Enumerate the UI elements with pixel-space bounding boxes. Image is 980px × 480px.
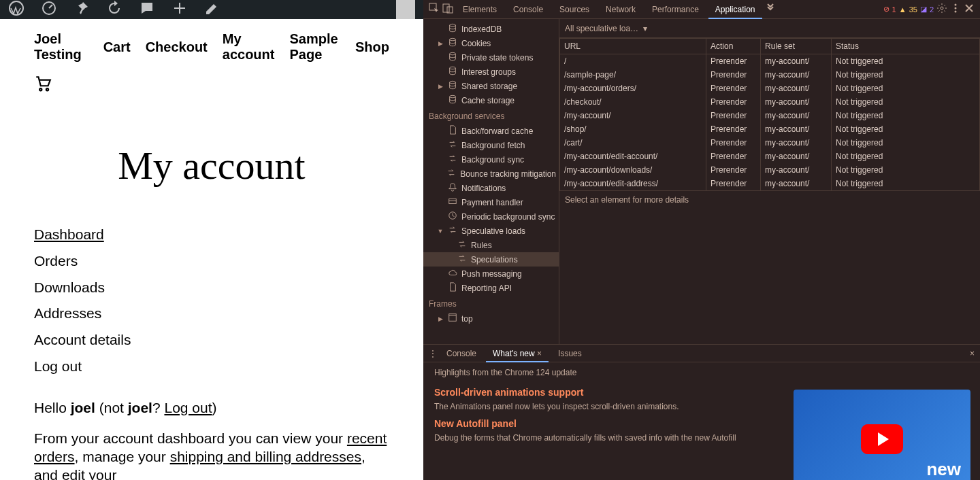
settings-icon[interactable] [936, 3, 947, 16]
tree-back-forward-cache[interactable]: Back/forward cache [423, 124, 559, 138]
table-row[interactable]: /sample-page/Prerendermy-account/Not tri… [560, 68, 980, 82]
tree-rules[interactable]: Rules [423, 238, 559, 252]
close-icon[interactable] [964, 3, 975, 16]
errors-badge[interactable]: ⊘ 1 [883, 5, 896, 14]
tab-performance[interactable]: Performance [645, 0, 706, 19]
tab-sources[interactable]: Sources [553, 0, 596, 19]
filter-dropdown[interactable]: All speculative loa… ▾ [565, 24, 647, 33]
acct-nav-addresses[interactable]: Addresses [34, 305, 101, 321]
svg-point-3 [46, 88, 48, 90]
greet-user: joel [71, 400, 95, 415]
devtools-tabs: Elements Console Sources Network Perform… [423, 0, 980, 19]
tree-background-fetch[interactable]: Background fetch [423, 138, 559, 152]
acct-nav-account-details[interactable]: Account details [34, 332, 131, 347]
svg-rect-5 [443, 4, 449, 12]
wp-logo-icon[interactable] [8, 0, 24, 19]
addresses-link[interactable]: shipping and billing addresses [170, 449, 361, 464]
greet-text: Hello [34, 400, 71, 415]
tree-cookies[interactable]: ▶Cookies [423, 36, 559, 50]
account-nav: Dashboard Orders Downloads Addresses Acc… [34, 222, 389, 379]
cart-icon[interactable] [34, 83, 52, 95]
edit-link[interactable]: edit your [62, 467, 117, 480]
svg-point-11 [450, 24, 456, 27]
tree-reporting-api[interactable]: Reporting API [423, 281, 559, 295]
table-row[interactable]: /my-account/edit-account/Prerendermy-acc… [560, 150, 980, 163]
kebab-icon[interactable] [950, 3, 961, 16]
drawer-tab-console[interactable]: Console [440, 345, 483, 362]
tree-heading-background-services: Background services [423, 107, 559, 124]
inspect-icon[interactable] [429, 3, 440, 16]
edit-icon[interactable] [204, 0, 220, 19]
user-avatar[interactable] [396, 0, 415, 19]
table-row[interactable]: /checkout/Prerendermy-account/Not trigge… [560, 95, 980, 109]
table-row[interactable]: /my-account/edit-address/Prerendermy-acc… [560, 177, 980, 190]
nav-sample-page[interactable]: Sample Page [289, 31, 340, 63]
tree-notifications[interactable]: Notifications [423, 181, 559, 195]
tab-network[interactable]: Network [599, 0, 642, 19]
refresh-icon[interactable] [106, 0, 122, 19]
tab-elements[interactable]: Elements [456, 0, 504, 19]
th-url[interactable]: URL [560, 39, 706, 54]
drawer-kebab-icon[interactable]: ⋮ [429, 349, 437, 358]
cart-icon-row [0, 63, 423, 95]
table-row[interactable]: /shop/Prerendermy-account/Not triggered [560, 122, 980, 136]
nav-my-account[interactable]: My account [223, 31, 275, 63]
issues-badge[interactable]: ◪ 2 [920, 5, 934, 14]
arrows-icon [457, 254, 467, 265]
acct-nav-orders[interactable]: Orders [34, 253, 78, 269]
greet-logout-link[interactable]: Log out [164, 400, 212, 415]
filter-bar: All speculative loa… ▾ [559, 19, 980, 38]
tree-speculative-loads[interactable]: ▼Speculative loads [423, 224, 559, 238]
th-rule-set[interactable]: Rule set [761, 39, 832, 54]
tree-private-state-tokens[interactable]: Private state tokens [423, 50, 559, 65]
svg-point-16 [450, 95, 456, 98]
db-icon [448, 95, 457, 106]
table-row[interactable]: /my-account/Prerendermy-account/Not trig… [560, 109, 980, 122]
drawer-tab-whats-new[interactable]: What's new × [486, 345, 549, 362]
comment-icon[interactable] [139, 0, 155, 19]
svg-point-12 [450, 38, 456, 41]
acct-nav-logout[interactable]: Log out [34, 358, 82, 374]
tree-shared-storage[interactable]: ▶Shared storage [423, 79, 559, 93]
tree-cache-storage[interactable]: Cache storage [423, 93, 559, 107]
acct-nav-downloads[interactable]: Downloads [34, 279, 105, 295]
drawer-close-icon[interactable]: × [970, 349, 975, 358]
svg-point-13 [450, 52, 456, 55]
db-icon [448, 80, 457, 92]
tree-speculations[interactable]: Speculations [423, 252, 559, 267]
tree-background-sync[interactable]: Background sync [423, 152, 559, 167]
tree-push-messaging[interactable]: Push messaging [423, 267, 559, 281]
table-row[interactable]: /Prerendermy-account/Not triggered [560, 54, 980, 69]
tree-indexeddb[interactable]: IndexedDB [423, 22, 559, 36]
tree-payment-handler[interactable]: Payment handler [423, 195, 559, 209]
plus-icon[interactable] [172, 0, 188, 19]
nav-shop[interactable]: Shop [355, 39, 389, 55]
tab-console[interactable]: Console [506, 0, 550, 19]
tab-application[interactable]: Application [708, 0, 762, 19]
tree-heading-frames: Frames [423, 295, 559, 311]
warnings-badge[interactable]: ▲ 35 [899, 5, 917, 14]
news-video-thumbnail[interactable]: new [794, 390, 970, 480]
table-row[interactable]: /my-account/downloads/Prerendermy-accoun… [560, 163, 980, 177]
drawer-tab-issues[interactable]: Issues [551, 345, 589, 362]
arrows-icon [457, 239, 467, 251]
device-toggle-icon[interactable] [442, 3, 453, 16]
site-title[interactable]: Joel Testing [34, 31, 82, 63]
nav-cart[interactable]: Cart [103, 39, 131, 55]
more-tabs-icon[interactable] [765, 3, 776, 16]
th-action[interactable]: Action [706, 39, 761, 54]
tree-top[interactable]: ▶top [423, 311, 559, 326]
db-icon [448, 37, 457, 49]
tree-periodic-background-sync[interactable]: Periodic background sync [423, 209, 559, 224]
pin-icon[interactable] [74, 0, 90, 19]
speedometer-icon[interactable] [41, 0, 57, 19]
drawer-tab-close-icon[interactable]: × [537, 349, 542, 358]
tree-interest-groups[interactable]: Interest groups [423, 65, 559, 79]
acct-nav-dashboard[interactable]: Dashboard [34, 226, 104, 242]
table-row[interactable]: /my-account/orders/Prerendermy-account/N… [560, 82, 980, 95]
table-row[interactable]: /cart/Prerendermy-account/Not triggered [560, 136, 980, 150]
th-status[interactable]: Status [832, 39, 980, 54]
nav-checkout[interactable]: Checkout [146, 39, 208, 55]
application-tree: IndexedDB▶CookiesPrivate state tokensInt… [423, 19, 559, 344]
tree-bounce-tracking-mitigation[interactable]: Bounce tracking mitigation [423, 167, 559, 181]
